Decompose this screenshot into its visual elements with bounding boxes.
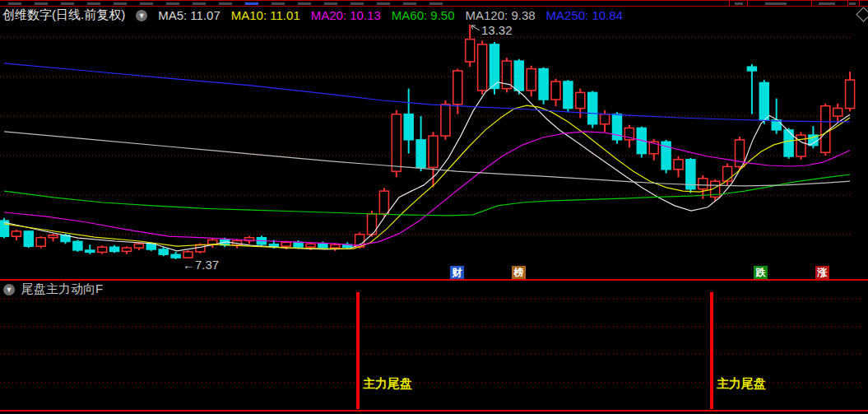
candle-down (86, 250, 95, 252)
toolbar-fragment (429, 2, 443, 5)
signal-label: 主力尾盘 (363, 376, 412, 392)
toolbar-fragment (324, 2, 337, 5)
candle-up (331, 244, 340, 248)
indicator-gridlines (0, 299, 861, 383)
low-price-label: ←7.37 (183, 258, 219, 272)
stock-title: 创维数字(日线.前复权) (2, 7, 125, 23)
candle-up (576, 92, 585, 108)
candle-up (846, 80, 855, 109)
ma-line-MA20 (4, 132, 850, 245)
toolbar-separator (811, 1, 812, 7)
tag-button-跌[interactable]: 跌 (754, 266, 768, 279)
candle-down (539, 69, 548, 100)
chevron-down-icon[interactable]: ▼ (136, 10, 147, 21)
chevron-down-icon[interactable]: ▼ (3, 284, 15, 295)
candle-down (564, 81, 573, 109)
candle-up (796, 135, 805, 156)
candle-up (49, 235, 58, 238)
candle-up (98, 247, 107, 252)
candle-up (478, 44, 487, 91)
toolbar-fragment (298, 2, 311, 5)
candle-up (134, 244, 143, 248)
ma-label-MA10: MA10: 11.01 (231, 8, 300, 22)
candle-down (73, 241, 82, 250)
signal-label: 主力尾盘 (717, 376, 766, 392)
ma-label-MA250: MA250: 10.84 (546, 8, 623, 22)
candle-down (747, 67, 756, 71)
toolbar-fragment (8, 2, 21, 5)
candle-up (12, 231, 21, 236)
toolbar-fragment (166, 2, 179, 5)
tag-button-榜[interactable]: 榜 (512, 266, 526, 279)
toolbar-separator (859, 1, 860, 7)
toolbar-fragment (403, 2, 416, 5)
toolbar-fragment (377, 2, 390, 5)
candle-down (294, 242, 303, 247)
candle-down (404, 114, 413, 140)
ma-lines (4, 63, 850, 251)
candles (0, 25, 855, 259)
candle-up (601, 114, 610, 124)
toolbar-separator (729, 1, 730, 7)
ma-line-MA250 (4, 63, 850, 122)
high-price-label: 13.32 (481, 23, 513, 37)
candle-up (429, 136, 438, 167)
candle-up (392, 114, 401, 172)
candle-down (110, 247, 119, 251)
candle-down (318, 244, 327, 248)
toolbar-fragment (849, 2, 856, 5)
ma-label-MA120: MA120: 9.38 (466, 8, 536, 22)
candle-up (551, 81, 560, 100)
toolbar-fragment (193, 2, 206, 5)
candle-up (723, 166, 732, 181)
ma-label-MA20: MA20: 10.13 (311, 8, 381, 22)
chart-header: 创维数字(日线.前复权) ▼ MA5: 11.07MA10: 11.01MA20… (2, 7, 623, 23)
candle-up (833, 109, 842, 117)
candle-down (24, 231, 33, 246)
candle-up (36, 238, 45, 247)
tag-button-财[interactable]: 财 (450, 266, 464, 279)
candle-up (281, 242, 290, 246)
toolbar-fragment (219, 2, 232, 5)
candle-down (171, 254, 180, 258)
candle-down (514, 61, 523, 91)
tag-button-涨[interactable]: 涨 (815, 266, 829, 279)
toolbar-separator (747, 1, 748, 7)
toolbar-fragment (140, 2, 153, 5)
toolbar-fragment (819, 2, 835, 5)
indicator-panel-header: ▼ 尾盘主力动向F (3, 281, 103, 297)
candle-down (159, 249, 168, 254)
candle-down (588, 92, 597, 123)
candle-down (416, 140, 425, 168)
toolbar-fragment (35, 2, 48, 5)
toolbar-fragment (61, 2, 74, 5)
indicator-title: 尾盘主力动向F (21, 281, 103, 297)
candle-up (441, 105, 450, 136)
ma-label-MA60: MA60: 9.50 (392, 8, 455, 22)
candle-up (466, 40, 475, 62)
signal-line (356, 292, 360, 409)
signal-line (710, 292, 713, 409)
toolbar-separator (847, 1, 848, 7)
ma-values: MA5: 11.07MA10: 11.01MA20: 10.13MA60: 9.… (158, 8, 623, 22)
price-gridlines (0, 37, 852, 234)
annotations: 13.32←7.37 (183, 23, 513, 272)
candle-up (453, 71, 462, 105)
top-toolbar-strip (0, 0, 868, 7)
candle-down (269, 244, 278, 246)
candle-up (821, 106, 830, 153)
candle-down (759, 82, 768, 119)
high-arrow (471, 26, 480, 30)
toolbar-fragment (272, 2, 285, 5)
candle-up (123, 248, 132, 251)
candle-up (527, 69, 536, 91)
candle-up (674, 160, 683, 170)
toolbar-fragment (87, 2, 100, 5)
toolbar-fragment (350, 2, 364, 5)
candle-up (306, 244, 315, 247)
candle-up (736, 140, 745, 167)
toolbar-fragment (245, 2, 258, 5)
toolbar-fragment (735, 2, 743, 5)
candle-up (699, 179, 708, 189)
candlestick-chart[interactable]: 13.32←7.37 (0, 0, 868, 414)
